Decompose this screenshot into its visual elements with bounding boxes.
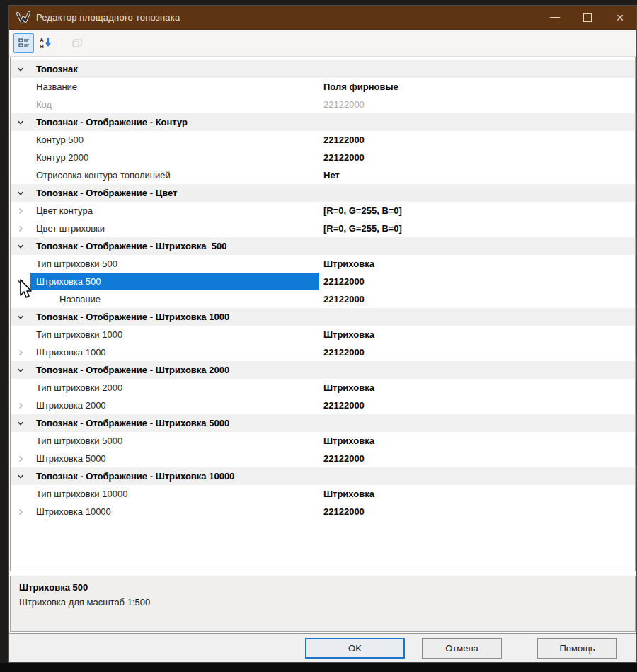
property-value[interactable]: Нет	[319, 166, 635, 184]
chevron-right-icon[interactable]	[16, 508, 25, 516]
chevron-right-icon[interactable]	[16, 402, 25, 410]
property-name[interactable]: Штриховка 10000	[30, 503, 319, 520]
chevron-right-icon[interactable]	[16, 348, 25, 357]
chevron-down-icon[interactable]	[16, 419, 25, 428]
property-value[interactable]: 22122000	[319, 290, 635, 308]
category-label[interactable]: Топознак	[30, 60, 319, 78]
chevron-down-icon[interactable]	[16, 366, 25, 375]
category-row[interactable]: Топознак - Отображение - Штриховка 1000	[11, 308, 635, 326]
row-expander-gutter[interactable]	[11, 184, 30, 202]
row-expander-gutter[interactable]	[11, 467, 30, 485]
category-row[interactable]: Топознак - Отображение - Цвет	[11, 184, 635, 202]
close-button[interactable]: ✕	[604, 6, 636, 29]
property-name[interactable]: Отрисовка контура тополинией	[30, 166, 319, 184]
row-expander-gutter[interactable]	[11, 113, 30, 131]
property-value[interactable]: 22122000	[319, 397, 635, 414]
property-row[interactable]: Название22122000	[11, 290, 635, 308]
category-row[interactable]: Топознак - Отображение - Штриховка 2000	[11, 361, 635, 379]
row-expander-gutter[interactable]	[11, 397, 30, 414]
property-name[interactable]: Штриховка 2000	[30, 397, 319, 414]
property-name[interactable]: Код	[30, 96, 319, 113]
property-row[interactable]: Штриховка 500022122000	[11, 450, 635, 467]
property-value[interactable]: 22122000	[319, 450, 635, 467]
property-value[interactable]: Штриховка	[319, 379, 635, 397]
property-row[interactable]: Штриховка 50022122000	[11, 273, 635, 290]
property-value[interactable]: 22122000	[319, 273, 635, 290]
category-label[interactable]: Топознак - Отображение - Штриховка 10000	[30, 467, 319, 485]
property-value[interactable]: Штриховка	[319, 326, 635, 343]
category-row[interactable]: Топознак - Отображение - Контур	[11, 113, 635, 131]
row-expander-gutter[interactable]	[11, 308, 30, 326]
property-value[interactable]: Штриховка	[319, 485, 635, 503]
row-expander-gutter[interactable]	[11, 361, 30, 379]
chevron-down-icon[interactable]	[16, 472, 25, 481]
property-value[interactable]: 22122000	[319, 96, 635, 113]
property-value[interactable]: Штриховка	[319, 432, 635, 450]
property-name[interactable]: Штриховка 500	[30, 273, 319, 290]
property-name[interactable]: Цвет контура	[30, 202, 319, 220]
category-label[interactable]: Топознак - Отображение - Штриховка 500	[30, 237, 319, 255]
property-row[interactable]: Штриховка 1000022122000	[11, 503, 635, 520]
category-row[interactable]: Топознак - Отображение - Штриховка 10000	[11, 467, 635, 485]
property-row[interactable]: Код22122000	[11, 96, 635, 113]
category-label[interactable]: Топознак - Отображение - Штриховка 5000	[30, 414, 319, 432]
property-name[interactable]: Контур 500	[30, 131, 319, 149]
property-row[interactable]: Тип штриховки 500Штриховка	[11, 255, 635, 273]
property-name[interactable]: Тип штриховки 5000	[30, 432, 319, 450]
category-label[interactable]: Топознак - Отображение - Контур	[30, 113, 319, 131]
chevron-down-icon[interactable]	[16, 242, 25, 251]
category-label[interactable]: Топознак - Отображение - Штриховка 1000	[30, 308, 319, 326]
property-name[interactable]: Название	[30, 78, 319, 96]
row-expander-gutter[interactable]	[11, 237, 30, 255]
chevron-right-icon[interactable]	[16, 455, 25, 463]
property-name[interactable]: Цвет штриховки	[30, 220, 319, 237]
minimize-button[interactable]: —	[539, 6, 571, 29]
row-expander-gutter[interactable]	[11, 414, 30, 432]
category-label[interactable]: Топознак - Отображение - Цвет	[30, 184, 319, 202]
property-row[interactable]: Тип штриховки 2000Штриховка	[11, 379, 635, 397]
property-row[interactable]: Контур 200022122000	[11, 149, 635, 166]
property-name[interactable]: Контур 2000	[30, 149, 319, 166]
property-value[interactable]: [R=0, G=255, B=0]	[319, 220, 635, 237]
property-name[interactable]: Тип штриховки 500	[30, 255, 319, 273]
row-expander-gutter[interactable]	[11, 343, 30, 361]
chevron-down-icon[interactable]	[16, 118, 25, 127]
property-row[interactable]: Штриховка 200022122000	[11, 397, 635, 414]
row-expander-gutter[interactable]	[11, 60, 30, 78]
property-row[interactable]: Тип штриховки 1000Штриховка	[11, 326, 635, 343]
property-value[interactable]: Поля фирновые	[319, 78, 635, 96]
category-row[interactable]: Топознак	[11, 60, 635, 78]
row-expander-gutter[interactable]	[11, 503, 30, 520]
property-row[interactable]: Тип штриховки 5000Штриховка	[11, 432, 635, 450]
property-row[interactable]: Цвет контура[R=0, G=255, B=0]	[11, 202, 635, 220]
property-name[interactable]: Штриховка 5000	[30, 450, 319, 467]
property-row[interactable]: Отрисовка контура тополиниейНет	[11, 166, 635, 184]
property-name[interactable]: Тип штриховки 1000	[30, 326, 319, 343]
chevron-down-icon[interactable]	[16, 313, 25, 321]
property-row[interactable]: НазваниеПоля фирновые	[11, 78, 635, 96]
property-value[interactable]: [R=0, G=255, B=0]	[319, 202, 635, 220]
property-name[interactable]: Тип штриховки 2000	[30, 379, 319, 397]
property-row[interactable]: Тип штриховки 10000Штриховка	[11, 485, 635, 503]
property-row[interactable]: Контур 50022122000	[11, 131, 635, 149]
property-value[interactable]: 22122000	[319, 149, 635, 166]
maximize-button[interactable]	[571, 6, 604, 29]
help-button[interactable]: Помощь	[537, 638, 617, 659]
row-expander-gutter[interactable]	[11, 450, 30, 467]
category-row[interactable]: Топознак - Отображение - Штриховка 5000	[11, 414, 635, 432]
property-value[interactable]: 22122000	[319, 343, 635, 361]
row-expander-gutter[interactable]	[11, 220, 30, 237]
property-value[interactable]: Штриховка	[319, 255, 635, 273]
cancel-button[interactable]: Отмена	[422, 638, 502, 659]
property-value[interactable]: 22122000	[319, 131, 635, 149]
chevron-down-icon[interactable]	[16, 278, 25, 286]
property-name[interactable]: Тип штриховки 10000	[30, 485, 319, 503]
ok-button[interactable]: OK	[305, 638, 405, 659]
chevron-right-icon[interactable]	[16, 207, 25, 215]
chevron-down-icon[interactable]	[16, 189, 25, 198]
property-value[interactable]: 22122000	[319, 503, 635, 520]
row-expander-gutter[interactable]	[11, 202, 30, 220]
category-row[interactable]: Топознак - Отображение - Штриховка 500	[11, 237, 635, 255]
property-row[interactable]: Штриховка 100022122000	[11, 343, 635, 361]
row-expander-gutter[interactable]	[11, 273, 30, 290]
